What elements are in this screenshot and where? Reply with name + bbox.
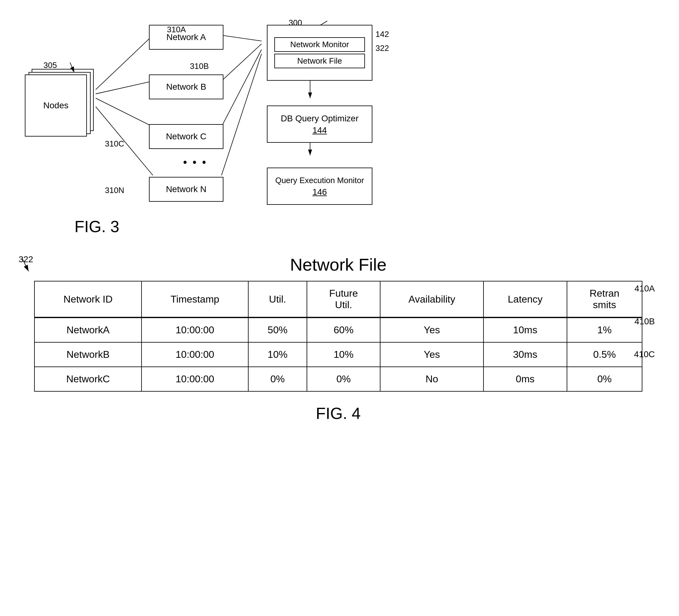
db-query-optimizer-box: DB Query Optimizer144 [267,105,373,143]
label-305: 305 [43,61,57,70]
col-header-availability: Availability [380,281,484,318]
label-310a: 310A [167,25,186,34]
col-header-retransmits: Retransmits [567,281,642,318]
network-n-label: Network N [166,184,207,194]
cell-util-0: 50% [248,318,307,342]
label-410c: 410C [634,350,655,359]
network-b-box: Network B [149,74,223,99]
cell-timestamp-2: 10:00:00 [141,367,248,391]
cell-timestamp-1: 10:00:00 [141,342,248,367]
cell-network-id-1: NetworkB [34,342,141,367]
network-file-label: Network File [297,56,342,65]
label-410a: 410A [635,284,655,294]
cell-retransmits-1: 0.5% [567,342,642,367]
svg-line-3 [96,81,153,94]
label-322-top: 322 [376,43,389,53]
fig4-title: Network File [12,255,664,274]
table-row: NetworkA 10:00:00 50% 60% Yes 10ms 1% [34,318,642,342]
label-300: 300 [289,18,302,28]
table-row: NetworkB 10:00:00 10% 10% Yes 30ms 0.5% [34,342,642,367]
fig3-diagram: Nodes Network A Network B Network C • • … [12,12,385,230]
cell-latency-1: 30ms [484,342,567,367]
dots-separator: • • • [183,156,207,169]
network-monitor-box: Network Monitor Network File [267,25,373,81]
fig3-caption: FIG. 3 [74,217,119,236]
cell-latency-0: 10ms [484,318,567,342]
label-310b: 310B [190,61,209,71]
cell-future-util-1: 10% [307,342,380,367]
cell-future-util-0: 60% [307,318,380,342]
cell-availability-0: Yes [380,318,484,342]
network-file-table: Network ID Timestamp Util. FutureUtil. A… [34,281,642,392]
network-file-inner: Network File [274,54,365,68]
query-execution-monitor-box: Query Execution Monitor146 [267,168,373,205]
network-monitor-inner: Network Monitor [274,37,365,52]
svg-line-5 [96,107,153,175]
network-a-box: Network A [149,25,223,50]
svg-line-4 [96,98,153,127]
svg-line-9 [222,54,262,175]
col-header-util: Util. [248,281,307,318]
cell-util-1: 10% [248,342,307,367]
network-c-label: Network C [166,132,207,141]
col-header-network-id: Network ID [34,281,141,318]
table-row: NetworkC 10:00:00 0% 0% No 0ms 0% [34,367,642,391]
cell-future-util-2: 0% [307,367,380,391]
cell-retransmits-2: 0% [567,367,642,391]
fig4-section: Network File Network ID Timestamp Util. … [12,255,664,423]
nodes-box: Nodes [25,74,87,136]
fig4-caption: FIG. 4 [12,404,664,423]
svg-line-7 [222,44,262,81]
label-142: 142 [376,30,389,39]
nodes-label: Nodes [43,101,69,110]
network-n-box: Network N [149,177,223,202]
cell-availability-1: Yes [380,342,484,367]
label-310c: 310C [105,139,124,149]
cell-latency-2: 0ms [484,367,567,391]
network-monitor-label: Network Monitor [290,40,349,49]
cell-availability-2: No [380,367,484,391]
svg-line-11 [70,62,74,72]
col-header-latency: Latency [484,281,567,318]
svg-line-2 [96,35,153,90]
svg-line-8 [222,50,262,127]
col-header-future-util: FutureUtil. [307,281,380,318]
label-410b: 410B [635,317,655,326]
cell-retransmits-0: 1% [567,318,642,342]
network-b-label: Network B [166,82,206,92]
svg-line-6 [222,35,262,41]
network-c-box: Network C [149,124,223,149]
cell-network-id-2: NetworkC [34,367,141,391]
cell-timestamp-0: 10:00:00 [141,318,248,342]
cell-network-id-0: NetworkA [34,318,141,342]
cell-util-2: 0% [248,367,307,391]
col-header-timestamp: Timestamp [141,281,248,318]
label-310n: 310N [105,186,124,195]
